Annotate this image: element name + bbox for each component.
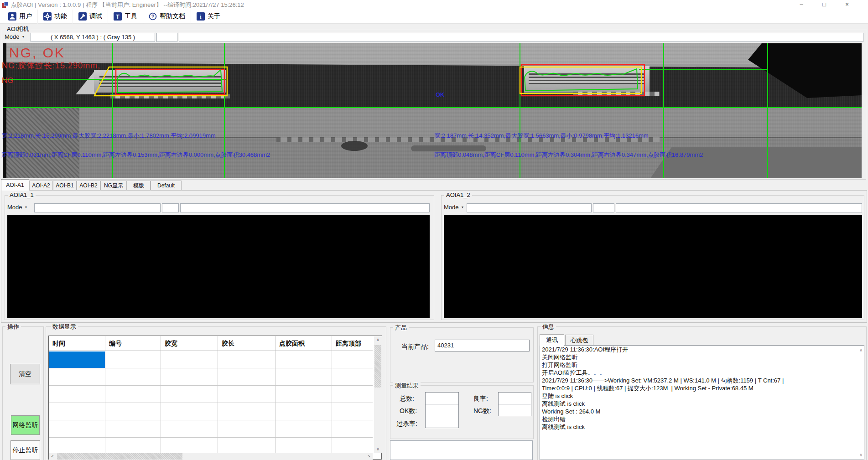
toolbar-label: 调试 [89, 12, 102, 21]
toolbar-button-tools[interactable]: T 工具 [108, 10, 143, 24]
right-glue-contour [525, 69, 638, 91]
measure-result-group-label: 测量结果 [393, 382, 421, 390]
camera-mode-dropdown[interactable]: Mode ▼ [5, 33, 25, 40]
svg-text:?: ? [151, 14, 155, 19]
scroll-up-icon[interactable]: ∧ [374, 337, 382, 342]
network-listen-button[interactable]: 网络监听 [11, 415, 40, 435]
tab-template[interactable]: 模版 [127, 181, 151, 190]
product-group: 产品 [390, 327, 534, 382]
ok-count-value-box [425, 404, 459, 416]
tool-t-icon: T [114, 12, 122, 21]
panel-aoia1-1-label: AOIA1_1 [8, 191, 36, 198]
panel2-mode-dropdown[interactable]: Mode ▼ [444, 204, 464, 211]
table-vertical-scrollbar[interactable]: ∧ ∨ [374, 336, 382, 453]
total-label: 总数: [400, 395, 414, 403]
clear-button[interactable]: 清空 [10, 364, 40, 384]
ng-detail-text: NG:胶体过长:15.290mm, [2, 60, 100, 71]
result-text: NG, OK [9, 45, 65, 61]
left-red-roi [116, 69, 224, 94]
panel1-field-2[interactable] [162, 203, 179, 212]
log-line: 检测出错 [540, 415, 864, 423]
overkill-label: 过杀率: [396, 420, 417, 428]
spare-box [390, 440, 533, 460]
left-glue-contour [117, 70, 222, 93]
panel1-mode-dropdown[interactable]: Mode ▼ [7, 204, 27, 211]
toolbar-button-user[interactable]: 用户 [3, 10, 38, 24]
tab-ng-display[interactable]: NG显示 [100, 181, 127, 190]
panel1-field-1[interactable] [34, 203, 161, 212]
toolbar-label: 关于 [208, 12, 220, 21]
toolbar-button-debug[interactable]: 调试 [73, 10, 108, 24]
maximize-button[interactable]: □ [813, 0, 836, 10]
tab-default[interactable]: Default [151, 181, 182, 190]
current-product-label: 当前产品: [401, 343, 429, 351]
tab-aoi-a2[interactable]: AOI-A2 [29, 181, 53, 190]
toolbar-label: 帮助文档 [160, 12, 185, 21]
column-header-glue-length[interactable]: 胶长 [218, 336, 275, 351]
chevron-down-icon: ▼ [22, 35, 25, 38]
column-header-id[interactable]: 编号 [105, 336, 161, 351]
help-icon: ? [149, 12, 157, 21]
wrench-icon [78, 12, 87, 21]
scroll-right-icon[interactable]: > [366, 454, 372, 459]
log-scroll-down-icon[interactable]: ∨ [859, 452, 863, 457]
left-stats-line1: 宽:2.218mm,长:15.290mm,最大胶宽:2.2218mm,最小:1.… [1, 132, 216, 140]
scroll-left-icon[interactable]: < [50, 454, 55, 459]
tab-comm[interactable]: 通讯 [540, 334, 564, 346]
column-header-glue-width[interactable]: 胶宽 [161, 336, 218, 351]
toolbar-label: 用户 [19, 12, 32, 21]
selected-cell[interactable] [49, 351, 105, 368]
app-icon [2, 1, 9, 8]
ok-count-label: OK数: [400, 407, 417, 415]
toolbar-button-about[interactable]: i 关于 [191, 10, 226, 24]
right-stats-line1: 宽:2.187mm,长:14.352mm,最大胶宽:1.5663mm,最小:0.… [434, 132, 649, 140]
panel2-image-view [444, 215, 862, 318]
table-horizontal-scrollbar[interactable]: < > [49, 453, 373, 460]
log-line: 离线测试 is click [540, 423, 864, 431]
left-stats-line2: 距离顶部0.031mm,距离CF层0.110mm,距离左边界0.153mm,距离… [1, 151, 270, 159]
camera-field-wide[interactable] [179, 33, 863, 42]
log-line: 登陆 is click [540, 392, 864, 400]
operation-group-label: 操作 [5, 323, 21, 331]
log-scroll-up-icon[interactable]: ∧ [859, 347, 863, 352]
toolbar-button-function[interactable]: 功能 [38, 10, 73, 24]
log-area[interactable]: 2021/7/29 11:36:30:AOI程序打开 关闭网络监听 打开网络监听… [540, 345, 864, 460]
column-header-distance-top[interactable]: 距离顶部 [332, 336, 373, 351]
panel2-field-3[interactable] [616, 203, 862, 212]
pixel-readout-field[interactable]: ( X 6568, Y 1463 ) : ( Gray 135 ) [31, 33, 155, 42]
product-group-label: 产品 [393, 324, 409, 332]
panel2-field-2[interactable] [593, 203, 614, 212]
yield-value-box [498, 392, 531, 404]
log-line: 打开网络监听 [540, 361, 864, 369]
camera-group-label: AOI相机 [5, 25, 31, 33]
ng-count-value-box [498, 404, 531, 416]
panel2-field-1[interactable] [467, 203, 592, 212]
column-header-time[interactable]: 时间 [49, 336, 105, 351]
panel-aoia1-2-label: AOIA1_2 [444, 191, 472, 198]
camera-field-small[interactable] [156, 33, 177, 42]
yield-label: 良率: [473, 395, 488, 403]
column-header-glue-area[interactable]: 点胶面积 [275, 336, 332, 351]
toolbar: 用户 功能 调试 T 工具 ? 帮助文档 i [0, 10, 868, 24]
close-button[interactable]: × [836, 0, 858, 10]
current-product-input[interactable]: 40231 [435, 340, 530, 351]
horizontal-scroll-thumb[interactable] [57, 453, 182, 460]
panel1-field-3[interactable] [180, 203, 430, 212]
scroll-down-icon[interactable]: ∨ [374, 447, 382, 451]
ok-flag-text: OK [436, 91, 445, 98]
right-stats-line2: 距离顶部0.048mm,距离CF层0.110mm,距离左边界0.304mm,距离… [434, 151, 703, 159]
info-icon: i [197, 12, 205, 21]
tab-aoi-b2[interactable]: AOI-B2 [77, 181, 100, 190]
toolbar-label: 功能 [54, 12, 67, 21]
toolbar-button-help[interactable]: ? 帮助文档 [143, 10, 191, 24]
gear-icon [43, 12, 52, 21]
title-bar: 点胶AOI [ Version : 1.0.0.9 ] 程序 【当前用户: En… [0, 0, 868, 10]
vertical-scroll-thumb[interactable] [374, 345, 381, 388]
stop-listen-button[interactable]: 停止监听 [10, 440, 40, 460]
tab-aoi-b1[interactable]: AOI-B1 [53, 181, 77, 190]
minimize-button[interactable]: – [790, 0, 813, 10]
tab-heartbeat[interactable]: 心跳包 [565, 335, 593, 346]
tab-aoi-a1[interactable]: AOI-A1 [1, 179, 29, 191]
user-icon [8, 12, 16, 21]
ng-flag-text: NG [2, 76, 14, 85]
